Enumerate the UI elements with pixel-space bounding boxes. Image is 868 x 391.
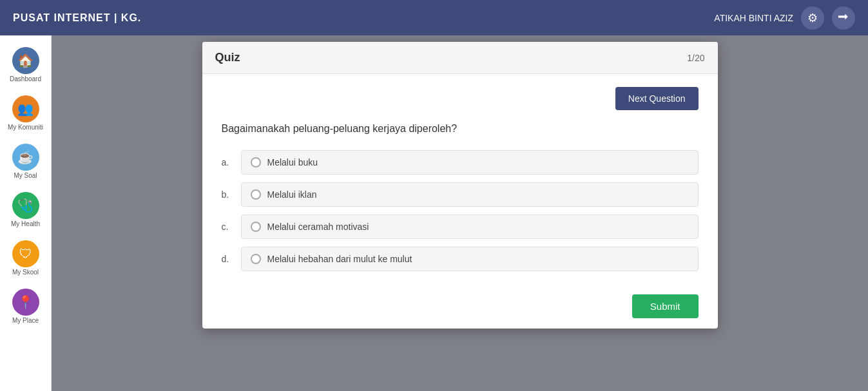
option-label-a: a. <box>222 157 235 167</box>
sidebar-item-dashboard[interactable]: 🏠 Dashboard <box>0 42 51 88</box>
topbar-right: ATIKAH BINTI AZIZ ⚙ ⮕ <box>714 6 855 30</box>
sidebar-label-komuniti: My Komuniti <box>8 124 43 131</box>
content-area: Quiz 1/20 Next Question Bagaimanakah pel… <box>52 35 868 391</box>
option-text-c: Melalui ceramah motivasi <box>267 222 369 232</box>
sidebar-label-soal: My Soal <box>14 172 37 179</box>
modal-footer: Submit <box>202 284 718 329</box>
quiz-modal: Quiz 1/20 Next Question Bagaimanakah pel… <box>202 42 718 329</box>
modal-counter: 1/20 <box>687 53 704 63</box>
place-icon: 📍 <box>12 289 39 316</box>
logout-icon[interactable]: ⮕ <box>832 6 855 30</box>
sidebar-item-health[interactable]: 🩺 My Health <box>0 187 51 233</box>
option-box-b[interactable]: Melalui iklan <box>241 182 699 207</box>
option-row-a: a. Melalui buku <box>222 150 699 175</box>
komuniti-icon: 👥 <box>12 95 39 122</box>
radio-d[interactable] <box>251 254 261 264</box>
topbar-username: ATIKAH BINTI AZIZ <box>714 13 793 23</box>
option-box-d[interactable]: Melalui hebahan dari mulut ke mulut <box>241 247 699 271</box>
sidebar: 🏠 Dashboard 👥 My Komuniti ☕ My Soal 🩺 My… <box>0 35 52 391</box>
sidebar-item-soal[interactable]: ☕ My Soal <box>0 138 51 184</box>
options-list: a. Melalui buku b. Melalui iklan <box>222 150 699 271</box>
skool-icon: 🛡 <box>12 240 39 267</box>
option-label-d: d. <box>222 254 235 264</box>
radio-b[interactable] <box>251 189 261 200</box>
option-row-b: b. Melalui iklan <box>222 182 699 207</box>
sidebar-item-skool[interactable]: 🛡 My Skool <box>0 235 51 281</box>
option-row-d: d. Melalui hebahan dari mulut ke mulut <box>222 247 699 271</box>
sidebar-label-dashboard: Dashboard <box>10 75 41 82</box>
health-icon: 🩺 <box>12 192 39 219</box>
sidebar-label-health: My Health <box>11 220 40 227</box>
sidebar-label-place: My Place <box>12 317 39 324</box>
modal-overlay: Quiz 1/20 Next Question Bagaimanakah pel… <box>52 35 868 391</box>
sidebar-label-skool: My Skool <box>12 269 39 276</box>
modal-header: Quiz 1/20 <box>202 42 718 74</box>
radio-a[interactable] <box>251 157 261 167</box>
main-layout: 🏠 Dashboard 👥 My Komuniti ☕ My Soal 🩺 My… <box>0 35 868 391</box>
question-text: Bagaimanakah peluang-peluang kerjaya dip… <box>222 123 699 135</box>
sidebar-item-komuniti[interactable]: 👥 My Komuniti <box>0 90 51 136</box>
submit-button[interactable]: Submit <box>632 294 699 318</box>
option-text-a: Melalui buku <box>267 157 318 167</box>
radio-c[interactable] <box>251 222 261 232</box>
modal-title: Quiz <box>215 51 240 64</box>
option-box-a[interactable]: Melalui buku <box>241 150 699 175</box>
dashboard-icon: 🏠 <box>12 47 39 74</box>
next-question-button[interactable]: Next Question <box>615 87 699 110</box>
settings-icon[interactable]: ⚙ <box>801 6 824 30</box>
option-row-c: c. Melalui ceramah motivasi <box>222 215 699 239</box>
soal-icon: ☕ <box>12 144 39 171</box>
option-text-b: Melalui iklan <box>267 189 317 200</box>
topbar: PUSAT INTERNET | KG. ATIKAH BINTI AZIZ ⚙… <box>0 0 868 35</box>
option-box-c[interactable]: Melalui ceramah motivasi <box>241 215 699 239</box>
sidebar-item-place[interactable]: 📍 My Place <box>0 283 51 329</box>
modal-body: Next Question Bagaimanakah peluang-pelua… <box>202 74 718 284</box>
option-label-b: b. <box>222 189 235 200</box>
option-text-d: Melalui hebahan dari mulut ke mulut <box>267 254 412 264</box>
option-label-c: c. <box>222 222 235 232</box>
topbar-title: PUSAT INTERNET | KG. <box>13 12 141 24</box>
